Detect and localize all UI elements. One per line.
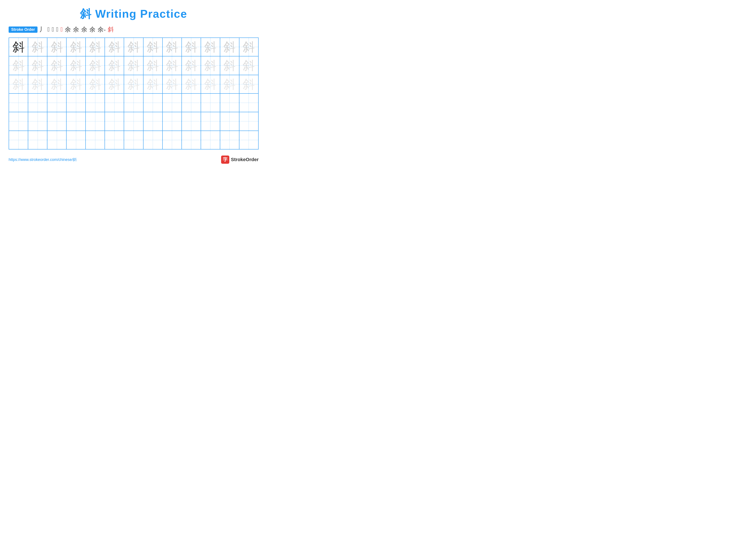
- grid-cell: [162, 131, 182, 149]
- page-title: 斜 Writing Practice: [9, 7, 258, 21]
- grid-cell: 斜: [124, 38, 143, 56]
- stroke-7: 余: [73, 25, 79, 34]
- footer-logo: 字 StrokeOrder: [221, 156, 258, 164]
- grid-cell: [67, 93, 86, 112]
- grid-cell: 斜: [67, 56, 86, 75]
- grid-cell: 斜: [182, 75, 201, 93]
- stroke-3: 𠂊: [52, 26, 54, 33]
- grid-cell: [220, 93, 239, 112]
- stroke-9: 余: [90, 25, 95, 34]
- footer-url: https://www.strokeorder.com/chinese/斜: [9, 157, 77, 162]
- grid-cell: [239, 112, 258, 131]
- grid-cell: 斜: [124, 75, 143, 93]
- stroke-8: 余: [81, 25, 87, 34]
- stroke-11: 斜: [108, 25, 114, 34]
- grid-cell: 斜: [47, 75, 67, 93]
- grid-cell: [67, 112, 86, 131]
- grid-cell: 斜: [9, 38, 28, 56]
- grid-cell: [47, 93, 67, 112]
- stroke-1: 丿: [39, 25, 45, 34]
- grid-cell: 斜: [143, 56, 162, 75]
- grid-cell: [162, 93, 182, 112]
- title-text: Writing Practice: [92, 8, 187, 20]
- grid-cell: [182, 93, 201, 112]
- grid-cell: 斜: [201, 56, 220, 75]
- grid-cell: 斜: [239, 38, 258, 56]
- grid-cell: [86, 112, 105, 131]
- grid-cell: [47, 112, 67, 131]
- grid-cell: 斜: [239, 56, 258, 75]
- grid-cell: 斜: [9, 56, 28, 75]
- grid-cell: 斜: [105, 75, 124, 93]
- grid-cell: 斜: [28, 38, 47, 56]
- grid-cell: [124, 112, 143, 131]
- grid-cell: [220, 112, 239, 131]
- grid-cell: 斜: [143, 75, 162, 93]
- grid-cell: 斜: [47, 38, 67, 56]
- grid-cell: 斜: [105, 56, 124, 75]
- grid-cell: 斜: [86, 75, 105, 93]
- grid-cell: [28, 112, 47, 131]
- logo-text: StrokeOrder: [231, 157, 258, 163]
- grid-cell: 斜: [220, 75, 239, 93]
- grid-cell: 斜: [162, 38, 182, 56]
- grid-cell: [28, 131, 47, 149]
- grid-cell: [201, 131, 220, 149]
- grid-cell: [182, 131, 201, 149]
- grid-cell: 斜: [162, 56, 182, 75]
- grid-cell: 斜: [105, 38, 124, 56]
- grid-cell: 斜: [143, 38, 162, 56]
- grid-cell: [9, 93, 28, 112]
- title-chinese-char: 斜: [80, 8, 92, 20]
- grid-cell: 斜: [86, 56, 105, 75]
- grid-cell: [143, 112, 162, 131]
- grid-cell: 斜: [182, 56, 201, 75]
- grid-cell: [124, 131, 143, 149]
- grid-cell: 斜: [28, 56, 47, 75]
- logo-icon: 字: [221, 156, 229, 164]
- grid-cell: [124, 93, 143, 112]
- grid-cell: 斜: [28, 75, 47, 93]
- grid-cell: [28, 93, 47, 112]
- practice-grid: 斜斜斜斜斜斜斜斜斜斜斜斜斜斜斜斜斜斜斜斜斜斜斜斜斜斜斜斜斜斜斜斜斜斜斜斜斜斜斜: [9, 38, 258, 149]
- grid-cell: [86, 93, 105, 112]
- grid-cell: 斜: [162, 75, 182, 93]
- stroke-order-badge: Stroke Order: [9, 27, 38, 33]
- grid-cell: [201, 112, 220, 131]
- grid-cell: [105, 131, 124, 149]
- grid-cell: [201, 93, 220, 112]
- stroke-10: 余-: [97, 25, 106, 34]
- grid-cell: 斜: [67, 38, 86, 56]
- grid-cell: 斜: [182, 38, 201, 56]
- grid-cell: 斜: [86, 38, 105, 56]
- grid-cell: 斜: [239, 75, 258, 93]
- grid-cell: 斜: [9, 75, 28, 93]
- grid-cell: [239, 131, 258, 149]
- stroke-4: 𠄌: [56, 26, 58, 33]
- grid-cell: [47, 131, 67, 149]
- grid-cell: [143, 131, 162, 149]
- grid-cell: [105, 93, 124, 112]
- footer: https://www.strokeorder.com/chinese/斜 字 …: [9, 156, 258, 164]
- stroke-order-row: Stroke Order 丿 𠂇 𠂊 𠄌 𠂊 余 余 余 余 余- 斜: [9, 25, 258, 34]
- stroke-2: 𠂇: [47, 26, 50, 33]
- stroke-chars: 丿 𠂇 𠂊 𠄌 𠂊 余 余 余 余 余- 斜: [39, 25, 114, 34]
- stroke-6: 余: [65, 25, 71, 34]
- grid-cell: [9, 112, 28, 131]
- grid-cell: [239, 93, 258, 112]
- grid-cell: [143, 93, 162, 112]
- stroke-5: 𠂊: [61, 26, 63, 33]
- grid-cell: 斜: [124, 56, 143, 75]
- grid-cell: 斜: [220, 38, 239, 56]
- grid-cell: [67, 131, 86, 149]
- grid-cell: [9, 131, 28, 149]
- grid-cell: [162, 112, 182, 131]
- grid-cell: 斜: [67, 75, 86, 93]
- grid-cell: 斜: [201, 75, 220, 93]
- grid-cell: 斜: [201, 38, 220, 56]
- grid-cell: [86, 131, 105, 149]
- grid-cell: [220, 131, 239, 149]
- grid-cell: [105, 112, 124, 131]
- grid-cell: 斜: [47, 56, 67, 75]
- grid-cell: [182, 112, 201, 131]
